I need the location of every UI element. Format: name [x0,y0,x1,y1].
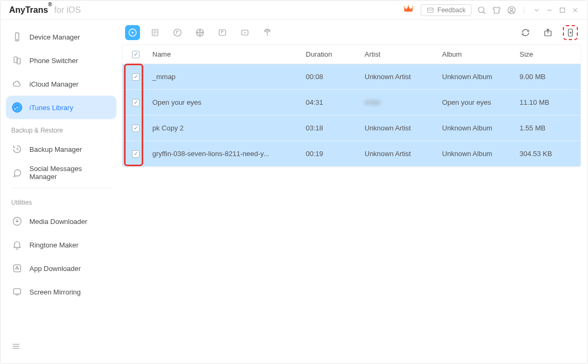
table-row[interactable]: Open your eyes04:31ArtistOpen your eyes1… [122,90,581,115]
category-musicvideo-icon[interactable] [215,25,230,40]
sidebar-item-screen-mirroring[interactable]: Screen Mirroring [6,280,117,304]
svg-point-24 [197,32,198,33]
category-movies-icon[interactable] [192,25,207,40]
svg-point-4 [478,7,484,13]
svg-point-27 [267,31,268,33]
sidebar-item-media-downloader[interactable]: Media Downloader [6,210,117,233]
close-icon[interactable] [571,4,579,16]
cloud-icon [11,78,23,90]
cell-duration: 04:31 [303,98,361,106]
svg-point-6 [510,8,513,11]
svg-point-1 [412,6,413,7]
cell-name: _mmap [149,73,303,81]
category-playlist-icon[interactable] [148,25,163,40]
column-album[interactable]: Album [439,50,516,58]
cell-size: 11.10 MB [516,98,581,106]
table-header: Name Duration Artist Album Size [122,45,581,64]
sidebar-item-label: Social Messages Manager [29,165,111,181]
app-brand: AnyTrans® [9,5,52,15]
svg-rect-11 [17,58,20,64]
column-duration[interactable]: Duration [303,50,361,58]
sidebar-item-label: Backup Manager [29,145,82,153]
sidebar-item-phone-switcher[interactable]: Phone Switcher [6,49,117,72]
sidebar-item-icloud-manager[interactable]: iCloud Manager [6,72,117,96]
cell-name: pk Copy 2 [149,124,303,132]
category-podcast-icon[interactable] [260,25,275,40]
sidebar-item-itunes-library[interactable]: iTunes Library [6,96,117,119]
cell-duration: 00:19 [303,150,361,158]
bell-icon [11,239,23,251]
sidebar-item-app-downloader[interactable]: App Downloader [6,257,117,280]
svg-point-2 [408,5,409,6]
category-music-icon[interactable] [125,25,140,40]
svg-point-20 [199,32,201,34]
registered-mark: ® [48,2,52,7]
chat-icon [11,167,23,179]
sidebar-heading-backup: Backup & Restore [6,119,117,137]
cell-size: 1.55 MB [516,124,581,132]
svg-point-18 [174,29,181,36]
hamburger-icon[interactable] [6,336,117,358]
history-icon [11,143,23,155]
cell-artist: Unknown Artist [361,150,439,158]
appstore-icon [11,262,23,274]
cell-album: Unknown Album [439,150,516,158]
cell-size: 304.53 KB [516,150,581,158]
column-name[interactable]: Name [149,50,303,58]
chevron-down-icon[interactable] [533,4,540,16]
file-table: Name Duration Artist Album Size _mmap00:… [122,44,581,167]
sidebar-item-social-messages[interactable]: Social Messages Manager [6,161,117,184]
category-ringtone-icon[interactable] [170,25,185,40]
brand-suffix: for iOS [54,5,81,15]
mirror-icon [11,286,23,298]
sidebar-item-label: Ringtone Maker [29,241,79,249]
svg-rect-15 [13,289,20,294]
svg-rect-14 [13,265,20,272]
cell-album: Unknown Album [439,124,516,132]
music-note-icon [11,102,23,113]
category-tv-icon[interactable] [237,25,252,40]
row-checkbox[interactable] [132,73,140,81]
sidebar-item-device-manager[interactable]: Device Manager [6,25,117,49]
search-icon[interactable] [477,4,486,16]
shirt-icon[interactable] [492,4,501,16]
sidebar-item-label: Screen Mirroring [29,288,81,296]
feedback-button[interactable]: Feedback [421,4,471,16]
feedback-label: Feedback [437,6,466,14]
download-icon [11,215,23,227]
refresh-icon[interactable] [518,25,533,40]
sidebar: Device Manager Phone Switcher iCloud Man… [1,20,122,363]
cell-duration: 03:18 [303,124,361,132]
send-to-device-icon[interactable] [563,25,578,40]
sidebar-item-backup-manager[interactable]: Backup Manager [6,137,117,161]
svg-point-9 [17,39,17,40]
svg-rect-25 [219,30,226,36]
titlebar: AnyTrans® for iOS Feedback [1,1,587,20]
row-checkbox[interactable] [132,99,140,106]
select-all-checkbox[interactable] [132,51,140,58]
cell-album: Open your eyes [439,98,516,106]
cell-artist: Artist [361,98,439,106]
sidebar-heading-utilities: Utilities [6,191,117,210]
user-icon[interactable] [507,4,516,16]
row-checkbox[interactable] [132,125,140,132]
row-checkbox[interactable] [132,150,140,158]
maximize-icon[interactable] [559,4,566,16]
export-icon[interactable] [540,25,555,40]
sidebar-item-ringtone-maker[interactable]: Ringtone Maker [6,233,117,257]
column-size[interactable]: Size [516,50,581,58]
svg-point-22 [202,32,203,33]
cell-name: gryffin-038-seven-lions-8211-need-y... [149,150,303,158]
svg-rect-7 [560,7,564,12]
sidebar-item-label: Phone Switcher [29,57,78,65]
column-artist[interactable]: Artist [361,50,439,58]
cell-artist: Unknown Artist [361,73,439,81]
table-row[interactable]: pk Copy 203:18Unknown ArtistUnknown Albu… [122,115,581,141]
minimize-icon[interactable] [546,4,553,16]
sidebar-item-label: iCloud Manager [29,80,79,88]
table-row[interactable]: gryffin-038-seven-lions-8211-need-y...00… [122,141,581,167]
sidebar-item-label: Media Downloader [29,218,87,226]
cell-artist: Unknown Artist [361,124,439,132]
table-row[interactable]: _mmap00:08Unknown ArtistUnknown Album9.0… [122,64,581,90]
crown-icon[interactable] [403,4,415,17]
